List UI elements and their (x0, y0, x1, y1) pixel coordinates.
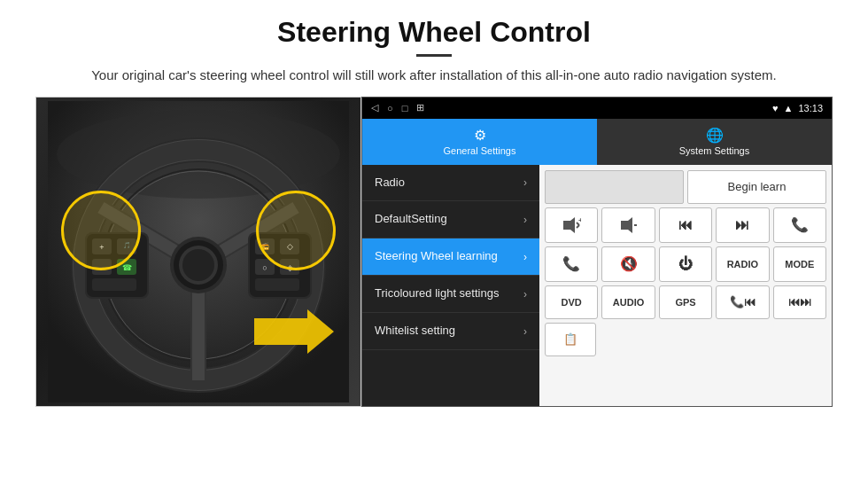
menu-radio-label: Radio (375, 176, 405, 191)
system-globe-icon: 🌐 (706, 127, 724, 144)
back-icon[interactable]: ◁ (371, 102, 378, 113)
svg-rect-38 (255, 278, 299, 291)
control-row-3: DVD AUDIO GPS 📞⏮ ⏮⏭ (545, 285, 826, 319)
next-track-button[interactable]: ⏭ (716, 207, 769, 243)
empty-input-box (545, 170, 684, 204)
svg-line-42 (577, 225, 579, 228)
prev-next-button[interactable]: ⏮⏭ (773, 285, 826, 319)
begin-learn-button[interactable]: Begin learn (687, 170, 826, 204)
list-button[interactable]: 📋 (545, 323, 596, 356)
gps-button[interactable]: GPS (659, 285, 712, 319)
menu-steering-label: Steering Wheel learning (375, 249, 498, 264)
status-bar: ◁ ○ □ ⊞ ♥ ▲ 13:13 (362, 98, 832, 119)
power-button[interactable]: ⏻ (659, 246, 712, 282)
recent-icon[interactable]: □ (402, 103, 408, 113)
right-controls: Begin learn + ⏮ ⏭ 📞 (539, 165, 832, 406)
svg-marker-39 (254, 309, 334, 354)
svg-text:+: + (578, 216, 581, 224)
menu-default-label: DefaultSetting (375, 212, 447, 227)
svg-rect-27 (92, 278, 136, 291)
chevron-right-icon: › (523, 176, 527, 189)
menu-whitelist-label: Whitelist setting (375, 324, 455, 339)
page-description: Your original car's steering wheel contr… (71, 66, 797, 86)
vol-up-button[interactable]: + (545, 207, 598, 243)
menu-item-tricolour[interactable]: Tricoloured light settings › (362, 276, 539, 313)
control-row-1: + ⏮ ⏭ 📞 (545, 207, 826, 243)
car-image-panel: + 🎵 − ☎ 📻 ◇ ○ (35, 97, 361, 407)
answer-button[interactable]: 📞 (545, 246, 598, 282)
status-bar-info: ♥ ▲ 13:13 (772, 103, 823, 113)
audio-button[interactable]: AUDIO (601, 285, 655, 319)
chevron-right-icon: › (523, 288, 527, 301)
main-content: + 🎵 − ☎ 📻 ◇ ○ (35, 97, 833, 407)
android-panel: ◁ ○ □ ⊞ ♥ ▲ 13:13 ⚙ General Settings (361, 97, 833, 407)
mute-button[interactable]: 🔇 (601, 246, 655, 282)
menu-item-default[interactable]: DefaultSetting › (362, 201, 539, 238)
tab-general-label: General Settings (444, 145, 516, 156)
call-button[interactable]: 📞 (773, 207, 826, 243)
control-row-2: 📞 🔇 ⏻ RADIO MODE (545, 246, 826, 282)
menu-controls-area: Radio › DefaultSetting › Steering Wheel … (362, 165, 832, 406)
dvd-button[interactable]: DVD (545, 285, 598, 319)
title-divider (416, 54, 452, 57)
svg-point-16 (182, 249, 214, 281)
chevron-right-icon: › (523, 251, 527, 263)
svg-text:☎: ☎ (122, 263, 132, 272)
menu-item-steering[interactable]: Steering Wheel learning › (362, 238, 539, 276)
page-title: Steering Wheel Control (35, 16, 833, 49)
time-display: 13:13 (798, 103, 823, 113)
prev-track-button[interactable]: ⏮ (659, 207, 712, 243)
tab-system-label: System Settings (679, 145, 749, 156)
highlight-left (61, 191, 141, 270)
status-bar-nav: ◁ ○ □ ⊞ (371, 102, 424, 113)
settings-gear-icon: ⚙ (474, 127, 486, 144)
left-menu: Radio › DefaultSetting › Steering Wheel … (362, 165, 539, 406)
signal-icon: ▲ (784, 103, 794, 113)
mode-button[interactable]: MODE (773, 246, 826, 282)
menu-icon[interactable]: ⊞ (416, 102, 424, 113)
location-icon: ♥ (772, 103, 779, 113)
tab-bar: ⚙ General Settings 🌐 System Settings (362, 119, 832, 165)
svg-marker-44 (621, 217, 632, 233)
menu-item-radio[interactable]: Radio › (362, 165, 539, 202)
vol-down-button[interactable] (601, 207, 655, 243)
chevron-right-icon: › (523, 214, 527, 226)
phone-prev-button[interactable]: 📞⏮ (716, 285, 769, 319)
svg-marker-40 (563, 217, 575, 233)
highlight-right (256, 191, 336, 270)
extra-row: 📋 (545, 323, 826, 356)
chevron-right-icon: › (523, 325, 527, 338)
tab-system-settings[interactable]: 🌐 System Settings (597, 119, 832, 165)
svg-text:○: ○ (262, 263, 267, 272)
home-icon[interactable]: ○ (387, 103, 393, 113)
arrow-overlay (254, 309, 334, 357)
top-row: Begin learn (545, 170, 826, 204)
radio-button[interactable]: RADIO (716, 246, 769, 282)
tab-general-settings[interactable]: ⚙ General Settings (362, 119, 597, 165)
steering-wheel-area: + 🎵 − ☎ 📻 ◇ ○ (36, 98, 360, 406)
menu-item-whitelist[interactable]: Whitelist setting › (362, 313, 539, 350)
menu-tricolour-label: Tricoloured light settings (375, 286, 499, 301)
